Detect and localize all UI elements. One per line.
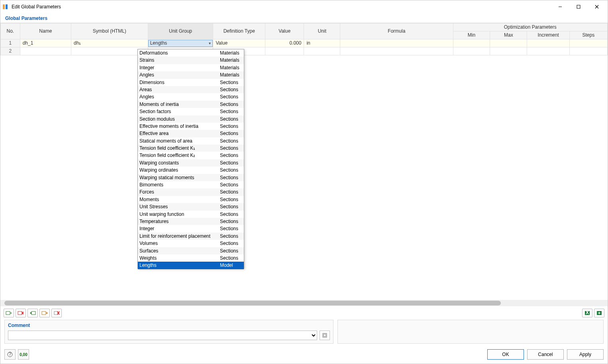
cancel-button[interactable]: Cancel (527, 349, 564, 360)
table-row[interactable]: 1dh_1dh₁Lengths▾Value0.000in (1, 39, 608, 47)
dropdown-option[interactable]: Section factorsSections (138, 108, 244, 115)
col-header-increment[interactable]: Increment (527, 31, 569, 39)
clear-all-button[interactable] (51, 309, 62, 317)
col-header-formula[interactable]: Formula (340, 23, 453, 39)
dropdown-option[interactable]: Tension field coefficient K₁Sections (138, 145, 244, 152)
dropdown-option[interactable]: IntegerMaterials (138, 64, 244, 71)
cell-steps[interactable] (569, 47, 607, 55)
dropdown-option[interactable]: ForcesSections (138, 188, 244, 196)
title-bar: Edit Global Parameters (0, 0, 608, 13)
cell-unitgroup[interactable]: Lengths▾ (148, 39, 213, 47)
dropdown-option[interactable]: VolumesSections (138, 240, 244, 247)
help-button[interactable]: ? (4, 349, 16, 360)
cell-increment[interactable] (527, 47, 569, 55)
cell-unit[interactable] (304, 47, 340, 55)
cell-value[interactable]: 0.000 (265, 39, 304, 47)
close-button[interactable] (588, 1, 606, 13)
cell-deftype[interactable]: Value (213, 39, 265, 47)
dropdown-option[interactable]: Effective areaSections (138, 130, 244, 137)
dropdown-option[interactable]: Warping constantsSections (138, 159, 244, 166)
dropdown-option[interactable]: AnglesSections (138, 93, 244, 100)
cell-name[interactable] (20, 47, 71, 55)
parameters-table[interactable]: No. Name Symbol (HTML) Unit Group Defini… (0, 23, 608, 55)
svg-rect-12 (54, 311, 58, 315)
col-header-unit-group[interactable]: Unit Group (148, 23, 213, 39)
units-settings-button[interactable]: 0,00 (18, 349, 29, 360)
dropdown-option-category: Sections (218, 137, 244, 145)
dropdown-option-category: Sections (218, 240, 244, 247)
dropdown-option[interactable]: WeightsSections (138, 254, 244, 262)
cell-symbol[interactable] (71, 47, 148, 55)
col-header-no[interactable]: No. (1, 23, 20, 39)
dropdown-option[interactable]: LengthsModel (138, 262, 244, 269)
dropdown-option-label: Moments of inertia (138, 101, 218, 108)
cell-min[interactable] (453, 47, 490, 55)
col-header-unit[interactable]: Unit (304, 23, 340, 39)
col-header-value[interactable]: Value (265, 23, 304, 39)
dropdown-option[interactable]: AnglesMaterials (138, 71, 244, 78)
col-header-def-type[interactable]: Definition Type (213, 23, 265, 39)
col-header-symbol[interactable]: Symbol (HTML) (71, 23, 148, 39)
col-header-min[interactable]: Min (453, 31, 490, 39)
excel-export-button[interactable]: X (582, 309, 592, 317)
dropdown-option[interactable]: AreasSections (138, 86, 244, 93)
dropdown-option[interactable]: Unit StressesSections (138, 203, 244, 210)
comment-input[interactable] (8, 331, 317, 340)
cell-max[interactable] (490, 47, 527, 55)
cell-increment[interactable] (527, 39, 569, 47)
import-button[interactable] (27, 309, 38, 317)
cell-symbol[interactable]: dh₁ (71, 39, 148, 47)
comment-panel: Comment (4, 320, 333, 344)
cell-rownum[interactable]: 2 (1, 47, 20, 55)
delete-row-button[interactable] (16, 309, 26, 317)
ok-button[interactable]: OK (487, 349, 524, 360)
col-header-steps[interactable]: Steps (569, 31, 607, 39)
cell-formula[interactable] (340, 47, 453, 55)
col-header-optimization[interactable]: Optimization Parameters (453, 23, 608, 31)
dropdown-option[interactable]: SurfacesSections (138, 247, 244, 254)
dropdown-option[interactable]: Section modulusSections (138, 115, 244, 123)
cell-name[interactable]: dh_1 (20, 39, 71, 47)
dropdown-option[interactable]: IntegerSections (138, 225, 244, 232)
dropdown-option[interactable]: Statical moments of areaSections (138, 137, 244, 145)
parameters-table-container: No. Name Symbol (HTML) Unit Group Defini… (0, 23, 608, 300)
new-row-button[interactable] (4, 309, 14, 317)
dropdown-option[interactable]: BimomentsSections (138, 181, 244, 188)
horizontal-scrollbar[interactable] (0, 300, 608, 306)
excel-import-button[interactable] (594, 309, 604, 317)
minimize-button[interactable] (551, 1, 569, 13)
dropdown-option[interactable]: Tension field coefficient K₂Sections (138, 152, 244, 159)
dropdown-option-category: Sections (218, 159, 244, 166)
cell-value[interactable] (265, 47, 304, 55)
dropdown-option-label: Forces (138, 188, 218, 196)
dropdown-option[interactable]: TemperaturesSections (138, 218, 244, 225)
col-header-name[interactable]: Name (20, 23, 71, 39)
dropdown-option-label: Temperatures (138, 218, 218, 225)
cell-max[interactable] (490, 39, 527, 47)
cell-unit[interactable]: in (304, 39, 340, 47)
dropdown-option[interactable]: Warping ordinatesSections (138, 166, 244, 174)
unit-group-dropdown[interactable]: DeformationsMaterialsStrainsMaterialsInt… (137, 49, 244, 269)
dropdown-option[interactable]: StrainsMaterials (138, 57, 244, 64)
export-button[interactable] (39, 309, 50, 317)
dropdown-option[interactable]: Unit warping functionSections (138, 211, 244, 218)
maximize-button[interactable] (569, 1, 588, 13)
cell-rownum[interactable]: 1 (1, 39, 20, 47)
cell-formula[interactable] (340, 39, 453, 47)
table-row[interactable]: 2 (1, 47, 608, 55)
unit-group-cell-dropdown[interactable]: Lengths▾ (148, 40, 213, 47)
comment-library-button[interactable] (320, 331, 330, 340)
col-header-max[interactable]: Max (490, 31, 527, 39)
dropdown-option[interactable]: Warping statical momentsSections (138, 174, 244, 181)
dropdown-option[interactable]: DeformationsMaterials (138, 49, 244, 57)
dropdown-option[interactable]: DimensionsSections (138, 79, 244, 86)
cell-steps[interactable] (569, 39, 607, 47)
dropdown-option[interactable]: MomentsSections (138, 196, 244, 203)
dialog-window: Edit Global Parameters Global Parameters… (0, 0, 608, 364)
table-toolbar: X (0, 306, 608, 320)
dropdown-option[interactable]: Effective moments of inertiaSections (138, 123, 244, 130)
dropdown-option[interactable]: Limit for reinforcement placementSection… (138, 233, 244, 240)
dropdown-option[interactable]: Moments of inertiaSections (138, 101, 244, 108)
cell-min[interactable] (453, 39, 490, 47)
apply-button[interactable]: Apply (567, 349, 604, 360)
